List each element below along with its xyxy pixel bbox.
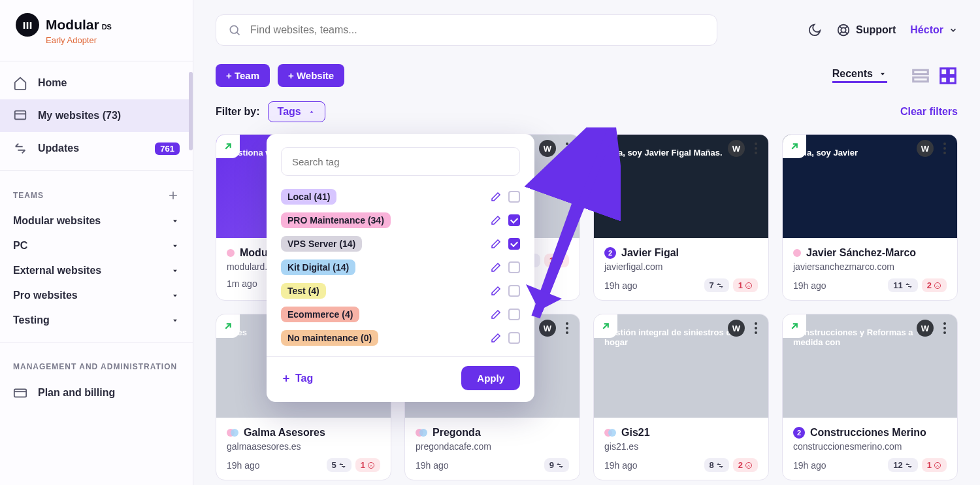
add-team-icon[interactable]: [167, 189, 180, 202]
tag-checkbox[interactable]: [508, 285, 520, 297]
cards-grid: Gestiona webs de desde unWModularmodular…: [216, 134, 958, 480]
chevron-down-icon: [171, 266, 180, 275]
nav-my-websites[interactable]: My websites (73): [0, 99, 193, 132]
team-item[interactable]: Modular websites: [0, 209, 193, 233]
card-thumbnail: Hola, soy Javier Figal Mañas.W: [594, 135, 768, 238]
team-item[interactable]: Pro websites: [0, 283, 193, 308]
card-menu-icon[interactable]: [750, 140, 762, 157]
updates-icon: [13, 141, 27, 156]
card-url: galmaasesores.es: [227, 441, 380, 452]
card-menu-icon[interactable]: [561, 140, 573, 157]
add-tag-button[interactable]: Tag: [281, 373, 313, 384]
card-age: 19h ago: [227, 460, 260, 471]
chevron-down-icon: [171, 316, 180, 325]
pencil-icon[interactable]: [490, 214, 502, 226]
open-site-badge[interactable]: [594, 135, 617, 158]
support-link[interactable]: Support: [836, 23, 896, 37]
tag-checkbox[interactable]: [508, 332, 520, 344]
nav-home[interactable]: Home: [0, 67, 193, 99]
svg-point-20: [755, 152, 757, 154]
open-site-badge[interactable]: [783, 135, 806, 158]
website-card[interactable]: Hola, soy JavierWJavier Sánchez-Marcojav…: [782, 134, 958, 301]
tag-checkbox[interactable]: [508, 309, 520, 320]
search-box[interactable]: [216, 14, 717, 46]
svg-rect-8: [949, 68, 955, 75]
open-site-badge[interactable]: [216, 314, 240, 338]
pencil-icon[interactable]: [490, 309, 502, 320]
issues-pill: 2: [733, 458, 758, 472]
logo-subtitle: Early Adopter: [46, 35, 177, 45]
sort-dropdown[interactable]: Recents: [832, 68, 887, 83]
pencil-icon[interactable]: [490, 238, 502, 250]
chevron-down-icon: [949, 25, 958, 35]
pencil-icon[interactable]: [490, 285, 502, 297]
tag-search-input[interactable]: [281, 147, 520, 176]
card-thumbnail: Hola, soy JavierW: [783, 135, 957, 238]
filter-row: Filter by: Tags Clear filters: [216, 101, 958, 122]
external-link-icon: [222, 141, 234, 152]
tags-filter-button[interactable]: Tags: [268, 101, 325, 122]
card-url: pregondacafe.com: [416, 441, 569, 452]
pencil-icon[interactable]: [490, 261, 502, 273]
nav-label: Updates: [38, 142, 79, 154]
tag-chip: Ecommerce (4): [281, 307, 359, 322]
tag-row: PRO Maintenance (34): [281, 209, 520, 232]
sidebar: ııı Modular DS Early Adopter Home My web…: [0, 0, 193, 485]
actions-row: + Team + Website Recents: [216, 64, 958, 87]
svg-point-33: [755, 322, 757, 325]
card-menu-icon[interactable]: [939, 320, 951, 337]
nav-updates[interactable]: Updates 761: [0, 132, 193, 165]
moon-icon[interactable]: [808, 23, 822, 37]
card-url: javierfigal.com: [604, 261, 758, 272]
website-card[interactable]: Gestión integral de siniestros de hogarW…: [593, 314, 769, 480]
open-site-badge[interactable]: [216, 135, 240, 158]
grid-view-icon[interactable]: [938, 66, 958, 86]
card-age: 1m ago: [227, 278, 257, 289]
tag-checkbox[interactable]: [508, 261, 520, 273]
management-heading: MANAGEMENT AND ADMINISTRATION: [0, 348, 193, 376]
nav-plan-billing[interactable]: Plan and billing: [0, 376, 193, 409]
open-site-badge[interactable]: [783, 314, 806, 338]
filter-label: Filter by:: [216, 106, 260, 118]
tag-checkbox[interactable]: [508, 191, 520, 203]
chevron-down-icon: [171, 216, 180, 226]
add-team-button[interactable]: + Team: [216, 64, 270, 87]
search-input[interactable]: [250, 24, 705, 36]
main: Support Héctor + Team + Website Recents …: [193, 0, 980, 485]
add-website-button[interactable]: + Website: [278, 64, 344, 87]
team-item[interactable]: PC: [0, 233, 193, 258]
nav-label: Home: [38, 77, 67, 89]
team-item[interactable]: External websites: [0, 258, 193, 283]
tag-row: Test (4): [281, 279, 520, 303]
pencil-icon[interactable]: [490, 332, 502, 344]
team-item[interactable]: Testing: [0, 308, 193, 333]
tag-checkbox[interactable]: [508, 238, 520, 250]
tag-checkbox[interactable]: [508, 214, 520, 226]
svg-point-30: [566, 322, 568, 325]
issues-pill: 1: [922, 458, 947, 472]
pencil-icon[interactable]: [490, 191, 502, 203]
apply-button[interactable]: Apply: [461, 366, 520, 390]
clear-filters-link[interactable]: Clear filters: [900, 106, 958, 118]
svg-point-37: [943, 322, 946, 325]
user-menu[interactable]: Héctor: [910, 24, 958, 36]
svg-rect-0: [15, 111, 26, 120]
open-site-badge[interactable]: [594, 314, 617, 338]
svg-point-22: [943, 142, 946, 145]
updates-pill: 9: [544, 458, 569, 472]
wordpress-icon: W: [728, 140, 745, 157]
topbar: Support Héctor: [216, 14, 958, 46]
lifebuoy-icon: [836, 23, 851, 37]
svg-point-23: [943, 147, 946, 150]
tag-row: VPS Server (14): [281, 232, 520, 256]
nav-label: Plan and billing: [38, 387, 115, 399]
website-card[interactable]: Construcciones y Reformas a medida conW2…: [782, 314, 958, 480]
card-menu-icon[interactable]: [939, 140, 951, 157]
card-menu-icon[interactable]: [561, 320, 573, 337]
tag-chip: Kit Digital (14): [281, 259, 355, 275]
svg-rect-7: [941, 68, 947, 75]
website-card[interactable]: Hola, soy Javier Figal Mañas.W2Javier Fi…: [593, 134, 769, 301]
updates-pill: 12: [888, 458, 917, 472]
card-menu-icon[interactable]: [750, 320, 762, 337]
list-view-icon[interactable]: [911, 66, 930, 86]
